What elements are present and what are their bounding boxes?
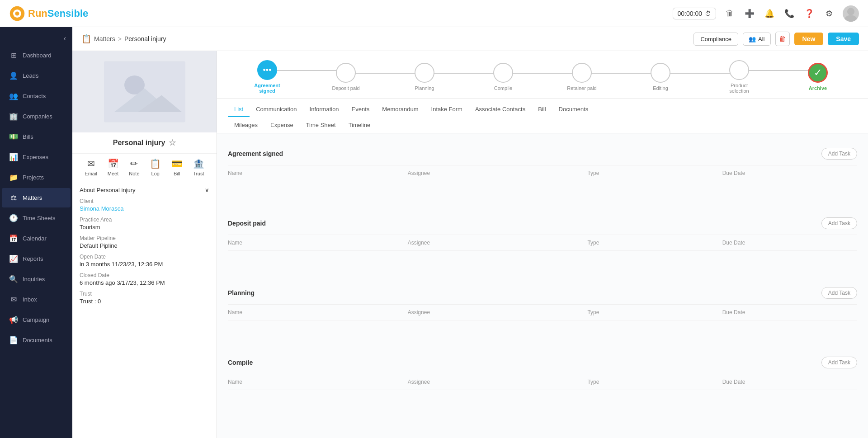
breadcrumb-parent[interactable]: Matters [94,35,115,42]
tab-timeline[interactable]: Timeline [342,118,377,133]
about-header[interactable]: About Personal injury ∨ [80,187,209,193]
tab-documents[interactable]: Documents [552,102,595,117]
timer-box[interactable]: 00:00:00 ⏱ [673,8,717,19]
add-task-button-compile[interactable]: Add Task [821,357,857,368]
task-area: Agreement signed Add Task Name Assignee … [217,133,868,438]
task-empty-planning [228,320,857,342]
trash-icon[interactable]: 🗑 [723,7,736,20]
projects-icon: 📁 [9,173,18,182]
pipeline-step-editing[interactable]: Editing [621,63,700,91]
tab-intake-form[interactable]: Intake Form [425,102,469,117]
sidebar-item-matters[interactable]: ⚖ Matters [2,188,71,207]
matter-action-trust[interactable]: 🏦 Trust [193,158,204,176]
step-circle-deposit [336,63,356,83]
sidebar-item-dashboard[interactable]: ⊞ Dashboard [2,46,71,65]
pipeline-step-product[interactable]: Product selection [700,60,778,94]
col-name-agreement: Name [228,170,408,176]
tab-memorandum[interactable]: Memorandum [376,102,425,117]
all-button[interactable]: 👥 All [743,33,770,46]
settings-icon[interactable]: ⚙ [823,7,835,20]
matter-action-email[interactable]: ✉ Email [85,158,97,176]
sidebar-item-inquiries[interactable]: 🔍 Inquiries [2,269,71,289]
tab-time-sheet[interactable]: Time Sheet [300,118,342,133]
tab-expense[interactable]: Expense [264,118,300,133]
pipeline-step-deposit[interactable]: Deposit paid [307,63,385,91]
matter-title: Personal injury ☆ [72,132,217,153]
new-button[interactable]: New [794,33,824,45]
sidebar-item-bills[interactable]: 💵 Bills [2,127,71,146]
task-section-title-deposit: Deposit paid [228,220,266,227]
star-icon[interactable]: ☆ [169,138,176,148]
pipeline-step-archive[interactable]: ✓ Archive [778,63,857,91]
pipeline-step-agreement[interactable]: ••• Agreement signed [228,60,307,94]
client-value[interactable]: Simona Morasca [80,205,209,212]
sidebar-item-calendar[interactable]: 📅 Calendar [2,229,71,248]
sidebar-label-inbox: Inbox [23,296,37,303]
step-circle-product [729,60,749,80]
task-empty-deposit [228,251,857,273]
pipeline-step-planning[interactable]: Planning [385,63,464,91]
about-section: About Personal injury ∨ Client Simona Mo… [72,181,217,310]
task-table-header-planning: Name Assignee Type Due Date [228,305,857,320]
meet-action-icon: 📅 [108,158,119,169]
tab-associate-contacts[interactable]: Associate Contacts [469,102,532,117]
tabs-row-1: List Communication Information Events Me… [228,102,857,117]
matter-action-log[interactable]: 📋 Log [150,158,161,176]
task-table-header-agreement: Name Assignee Type Due Date [228,165,857,181]
step-label-editing: Editing [653,85,668,91]
tab-communication[interactable]: Communication [250,102,303,117]
matter-action-note[interactable]: ✏ Note [129,158,139,176]
compliance-button[interactable]: Compliance [693,33,738,46]
sidebar-label-documents: Documents [23,337,52,344]
pipeline-step-retainer[interactable]: Retainer paid [542,63,621,91]
task-empty-agreement [228,181,857,203]
bills-icon: 💵 [9,132,18,141]
sidebar-toggle[interactable]: ‹ [0,32,72,45]
pipeline-value: Default Pipline [80,242,209,249]
pipeline-step-compile[interactable]: Compile [464,63,542,91]
help-icon[interactable]: ❓ [803,7,816,20]
trust-value: Trust : 0 [80,298,209,305]
sidebar-item-contacts[interactable]: 👥 Contacts [2,86,71,106]
trust-label-prefix: Trust : [80,298,98,305]
tab-information[interactable]: Information [303,102,345,117]
matter-action-bill[interactable]: 💳 Bill [171,158,183,176]
add-task-button-deposit[interactable]: Add Task [821,217,857,229]
timer-display: 00:00:00 [678,10,703,17]
sidebar-item-time-sheets[interactable]: 🕐 Time Sheets [2,208,71,228]
bill-action-label: Bill [174,171,180,176]
tab-events[interactable]: Events [345,102,376,117]
sidebar-item-campaign[interactable]: 📢 Campaign [2,310,71,330]
col-due-agreement: Due Date [722,170,857,176]
add-task-button-planning[interactable]: Add Task [821,287,857,299]
sidebar-item-expenses[interactable]: 📊 Expenses [2,147,71,167]
task-section-header-agreement: Agreement signed Add Task [228,142,857,165]
sidebar-item-projects[interactable]: 📁 Projects [2,168,71,187]
add-icon[interactable]: ➕ [743,7,756,20]
sidebar-label-time-sheets: Time Sheets [23,215,56,221]
save-button[interactable]: Save [828,33,859,45]
about-trust: Trust Trust : 0 [80,291,209,305]
sidebar-item-inbox[interactable]: ✉ Inbox [2,290,71,309]
sidebar-item-reports[interactable]: 📈 Reports [2,249,71,268]
bell-icon[interactable]: 🔔 [763,7,776,20]
matter-action-meet[interactable]: 📅 Meet [108,158,119,176]
step-label-retainer: Retainer paid [567,85,596,91]
sidebar-item-leads[interactable]: 👤 Leads [2,66,71,85]
sidebar-label-calendar: Calendar [23,235,47,242]
meet-action-label: Meet [108,171,118,176]
phone-icon[interactable]: 📞 [783,7,796,20]
sidebar: ‹ ⊞ Dashboard 👤 Leads 👥 Contacts 🏢 Compa… [0,27,72,438]
add-task-button-agreement[interactable]: Add Task [821,148,857,160]
leads-icon: 👤 [9,71,18,80]
tab-mileages[interactable]: Mileages [228,118,264,133]
tab-bill[interactable]: Bill [532,102,552,117]
sidebar-item-documents[interactable]: 📄 Documents [2,330,71,350]
col-type-planning: Type [587,309,722,316]
tab-list[interactable]: List [228,102,250,117]
avatar[interactable] [843,5,859,22]
tabs-area: List Communication Information Events Me… [217,99,868,133]
sidebar-item-companies[interactable]: 🏢 Companies [2,107,71,126]
step-circle-archive: ✓ [808,63,828,83]
delete-button[interactable]: 🗑 [775,32,790,46]
